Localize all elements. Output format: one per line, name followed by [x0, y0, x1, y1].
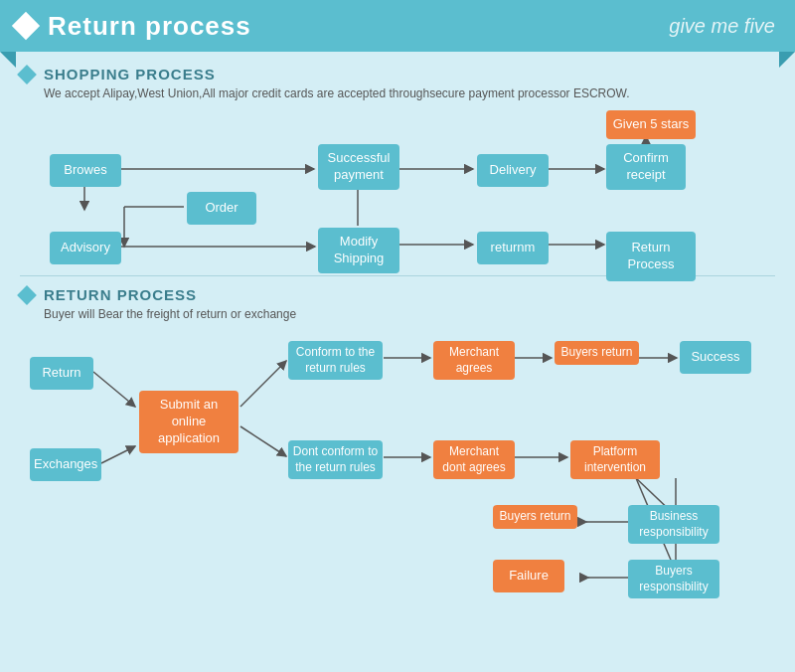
return-flow: Return Exchanges Submit an online applic…	[20, 331, 775, 599]
browes-box: Browes	[50, 154, 121, 187]
conform-box: Conform to the return rules	[288, 341, 383, 380]
shopping-flow: Browes Order Advisory Modify Shipping Su…	[20, 110, 775, 269]
shopping-diamond-icon	[17, 65, 37, 84]
failure-box: Failure	[493, 560, 564, 592]
buyers-return2-box: Buyers return	[493, 505, 577, 529]
confirm-receipt-box: Confirm receipt	[606, 144, 686, 190]
content-area: SHOPPING PROCESS We accept Alipay,West U…	[0, 52, 795, 621]
header-diamond-icon	[12, 12, 40, 40]
returnm-box: returnm	[477, 232, 549, 264]
exchanges-box: Exchanges	[30, 448, 101, 481]
success-box: Success	[680, 341, 751, 374]
ribbon-right-icon	[779, 52, 795, 68]
return-title: RETURN PROCESS	[44, 286, 197, 303]
order-box: Order	[187, 192, 256, 225]
modify-shipping-box: Modify Shipping	[318, 228, 399, 273]
shopping-desc: We accept Alipay,West Union,All major cr…	[20, 86, 775, 100]
buyers-responsibility-box: Buyers responsibility	[628, 560, 719, 598]
successful-payment-box: Successful payment	[318, 144, 399, 190]
biz-responsibility-box: Business responsibility	[628, 505, 719, 544]
merchant-dont-box: Merchant dont agrees	[433, 440, 515, 479]
svg-line-14	[93, 372, 135, 407]
submit-box: Submit an online application	[139, 391, 238, 453]
buyers-return1-box: Buyers return	[555, 341, 639, 365]
page-title: Return process	[48, 11, 251, 42]
dont-conform-box: Dont conform to the return rules	[288, 440, 383, 479]
header: Return process give me five	[0, 0, 795, 52]
given-5stars-box: Given 5 stars	[606, 110, 696, 139]
svg-line-17	[240, 426, 286, 456]
return-section-header: RETURN PROCESS	[20, 286, 775, 303]
shopping-section-header: SHOPPING PROCESS	[20, 66, 775, 83]
delivery-box: Delivery	[477, 154, 549, 187]
svg-line-15	[101, 446, 135, 463]
merchant-agrees-box: Merchant agrees	[433, 341, 515, 380]
svg-line-16	[240, 361, 286, 407]
advisory-box: Advisory	[50, 232, 121, 264]
return-box: Return	[30, 357, 93, 390]
logo-text: give me five	[669, 15, 775, 38]
platform-box: Platform intervention	[570, 440, 660, 479]
shopping-title: SHOPPING PROCESS	[44, 66, 216, 83]
return-diamond-icon	[17, 285, 37, 305]
ribbon-left-icon	[0, 52, 16, 68]
return-desc: Buyer will Bear the freight of return or…	[20, 307, 775, 321]
return-process-box: Return Process	[606, 232, 696, 281]
